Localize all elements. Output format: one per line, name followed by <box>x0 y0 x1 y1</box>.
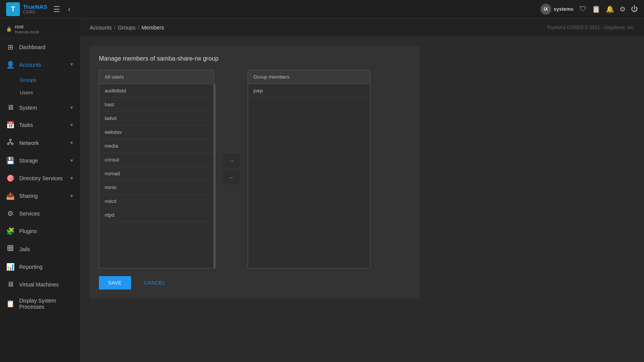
user-item-consul[interactable]: consul <box>99 153 214 167</box>
user-item-nomad[interactable]: nomad <box>99 167 214 181</box>
dashboard-icon: ⊞ <box>6 43 15 51</box>
breadcrumb-accounts[interactable]: Accounts <box>90 25 112 31</box>
sidebar-item-tasks[interactable]: 📅 Tasks ▼ <box>0 116 80 134</box>
sidebar-item-display-system-processes[interactable]: 📋 Display System Processes <box>0 293 80 314</box>
accounts-expand-icon: ▲ <box>69 62 74 67</box>
plugins-label: Plugins <box>19 228 74 234</box>
sidebar-item-groups[interactable]: Groups <box>0 74 80 86</box>
user-item-auditdistd[interactable]: auditdistd <box>99 84 214 98</box>
user-item-webdav[interactable]: webdav <box>99 125 214 139</box>
app-title: TrueNAS <box>23 4 47 10</box>
plugins-icon: 🧩 <box>6 227 15 235</box>
sharing-expand-icon: ▼ <box>69 193 74 199</box>
sidebar-item-dashboard[interactable]: ⊞ Dashboard <box>0 38 80 56</box>
page-content: Manage members of samba-share-rw group A… <box>80 37 644 362</box>
tasks-label: Tasks <box>19 122 65 128</box>
system-label: System <box>19 105 65 111</box>
main-layout: 🔒 root truenas.local ⊞ Dashboard 👤 Accou… <box>0 18 644 362</box>
network-icon <box>6 138 15 147</box>
action-buttons: SAVE CANCEL <box>99 276 410 290</box>
arrow-right-icon: → <box>228 157 235 165</box>
hamburger-menu-icon[interactable]: ☰ <box>52 3 62 15</box>
members-layout: All users auditdistd hast ladvd webdav m… <box>99 70 410 268</box>
power-icon[interactable]: ⏻ <box>631 5 638 13</box>
back-icon[interactable]: ‹ <box>66 3 72 15</box>
accounts-icon: 👤 <box>6 61 15 69</box>
user-item-hast[interactable]: hast <box>99 98 214 112</box>
sidebar-item-services[interactable]: ⚙ Services <box>0 205 80 222</box>
sidebar-item-reporting[interactable]: 📊 Reporting <box>0 258 80 276</box>
sidebar-item-network[interactable]: Network ▼ <box>0 134 80 152</box>
svg-point-3 <box>8 143 10 145</box>
ix-circle: iX <box>540 4 551 15</box>
storage-icon: 💾 <box>6 156 15 165</box>
all-users-header: All users <box>99 70 214 84</box>
user-item-ladvd[interactable]: ladvd <box>99 112 214 125</box>
svg-text:T: T <box>11 5 15 13</box>
all-users-container: All users auditdistd hast ladvd webdav m… <box>99 70 214 268</box>
user-info: root truenas.local <box>15 24 39 34</box>
sidebar-item-accounts[interactable]: 👤 Accounts ▲ <box>0 56 80 74</box>
user-item-media[interactable]: media <box>99 139 214 153</box>
breadcrumb-bar: Accounts / Groups / Members TrueNAS CORE… <box>80 18 644 37</box>
remove-from-group-button[interactable]: ← <box>223 171 240 184</box>
all-users-list[interactable]: auditdistd hast ladvd webdav media consu… <box>99 84 214 268</box>
reporting-icon: 📊 <box>6 263 15 271</box>
directory-icon[interactable]: 🛡 <box>580 5 586 13</box>
user-item-ntpd[interactable]: ntpd <box>99 208 214 222</box>
add-to-group-button[interactable]: → <box>223 154 240 168</box>
notifications-icon[interactable]: 🔔 <box>606 5 614 13</box>
tasks-icon: 📅 <box>6 121 15 129</box>
top-header: T TrueNAS CORE ☰ ‹ iX systems 🛡 📋 🔔 ⚙ ⏻ <box>0 0 644 18</box>
app-subtitle: CORE <box>23 10 47 14</box>
sidebar: 🔒 root truenas.local ⊞ Dashboard 👤 Accou… <box>0 18 80 362</box>
groups-label: Groups <box>20 77 36 83</box>
directory-services-icon: 🎯 <box>6 174 15 183</box>
sidebar-item-virtual-machines[interactable]: 🖥 Virtual Machines <box>0 276 80 293</box>
group-members-header: Group members <box>248 70 370 84</box>
ix-systems-logo: iX systems <box>540 4 573 15</box>
truenas-logo: T <box>6 2 20 16</box>
arrow-left-icon: ← <box>228 174 235 182</box>
network-label: Network <box>19 140 65 146</box>
sidebar-item-directory-services[interactable]: 🎯 Directory Services ▼ <box>0 169 80 187</box>
breadcrumb: Accounts / Groups / Members <box>90 25 164 31</box>
breadcrumb-groups[interactable]: Groups <box>118 25 135 31</box>
svg-point-4 <box>12 143 13 145</box>
sidebar-item-plugins[interactable]: 🧩 Plugins <box>0 222 80 240</box>
sidebar-item-users[interactable]: Users <box>0 86 80 99</box>
svg-line-7 <box>10 143 12 143</box>
virtual-machines-label: Virtual Machines <box>19 281 74 288</box>
system-icon: 🖥 <box>6 104 15 112</box>
user-item-minio[interactable]: minio <box>99 181 214 194</box>
save-button[interactable]: SAVE <box>99 276 131 290</box>
member-item-joep[interactable]: joep <box>248 84 370 98</box>
directory-services-expand-icon: ▼ <box>69 176 74 181</box>
sidebar-item-sharing[interactable]: 📤 Sharing ▼ <box>0 187 80 205</box>
svg-point-2 <box>10 139 12 141</box>
user-item-nslcd[interactable]: nslcd <box>99 194 214 208</box>
breadcrumb-current: Members <box>141 25 164 31</box>
breadcrumb-sep-2: / <box>138 25 139 31</box>
user-section: 🔒 root truenas.local <box>0 18 80 38</box>
storage-expand-icon: ▼ <box>69 158 74 163</box>
settings-icon[interactable]: ⚙ <box>619 5 626 13</box>
breadcrumb-sep-1: / <box>114 25 116 31</box>
sidebar-item-system[interactable]: 🖥 System ▼ <box>0 99 80 116</box>
sidebar-item-storage[interactable]: 💾 Storage ▼ <box>0 152 80 169</box>
system-expand-icon: ▼ <box>69 105 74 110</box>
accounts-label: Accounts <box>19 62 65 68</box>
users-label: Users <box>20 90 33 95</box>
clipboard-icon[interactable]: 📋 <box>592 5 600 13</box>
header-right: iX systems 🛡 📋 🔔 ⚙ ⏻ <box>540 4 638 15</box>
svg-rect-8 <box>8 245 13 251</box>
cancel-button[interactable]: CANCEL <box>135 276 175 290</box>
group-members-list[interactable]: joep <box>248 84 370 268</box>
network-expand-icon: ▼ <box>69 140 74 146</box>
sharing-icon: 📤 <box>6 192 15 200</box>
jails-icon <box>6 245 15 253</box>
panel-title: Manage members of samba-share-rw group <box>99 55 410 62</box>
sidebar-item-jails[interactable]: Jails <box>0 240 80 258</box>
dashboard-label: Dashboard <box>19 44 74 50</box>
header-icons: 🛡 📋 🔔 ⚙ ⏻ <box>580 5 638 13</box>
